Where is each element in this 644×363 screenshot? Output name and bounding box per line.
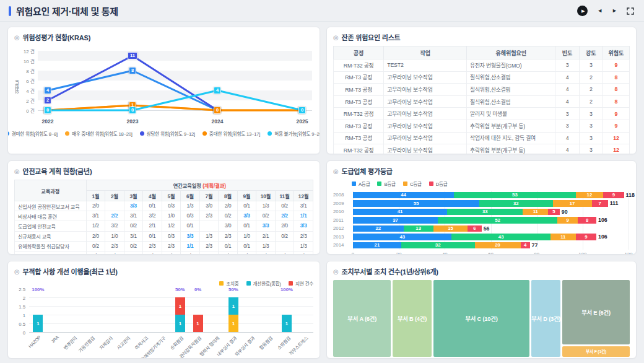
data-point-label[interactable]: 2 (44, 97, 51, 104)
bar-segment[interactable]: 8 (578, 217, 596, 224)
legend-item[interactable]: 매우 중대한 위험[위험도 18~20] (65, 130, 133, 137)
data-point-label[interactable]: 11 (128, 52, 137, 59)
legend-item[interactable]: 허용 불가능[위험도 9~20] (268, 130, 320, 137)
bar-segment[interactable]: 4 (521, 242, 530, 249)
percent-label: 50% (175, 287, 185, 292)
edu-value-cell: 0/2 (275, 231, 294, 241)
legend-item[interactable]: D등급 (429, 180, 448, 187)
bar-segment[interactable]: 15 (433, 225, 468, 232)
edu-value-cell: 2/3 (199, 241, 219, 251)
table-row[interactable]: RM-T3 공정고무라이닝 보수작업추락위험 부분(개구부 등)339 (334, 120, 630, 132)
data-point-label[interactable]: 0 (298, 107, 306, 114)
legend-item[interactable]: 조치중 (219, 280, 238, 287)
table-cell: 3 (579, 108, 603, 120)
play-button[interactable]: ▶ (577, 6, 588, 16)
bar-segment[interactable]: 41 (353, 209, 447, 216)
stacked-bar[interactable]: 1 (282, 315, 292, 332)
table-cell: RM-T3 공정 (334, 84, 384, 96)
data-point-label[interactable]: 0 (214, 107, 221, 114)
bar-segment[interactable]: 13 (404, 225, 433, 232)
bar-segment[interactable]: 1 (175, 315, 185, 332)
bar-segment[interactable]: 17 (553, 200, 592, 207)
bar-segment[interactable]: 1 (175, 297, 185, 315)
bar-segment[interactable]: 1 (193, 315, 203, 332)
column-header: 강도 (579, 46, 603, 59)
percent-label: 100% (32, 287, 44, 292)
bar-segment[interactable]: 1 (228, 297, 238, 315)
bar-segment[interactable]: 1 (228, 315, 238, 332)
stacked-bar[interactable]: 11 (175, 297, 185, 332)
legend-item[interactable]: 중대한 위험[위험도 13~17] (202, 130, 260, 137)
bar-segment[interactable]: 11 (550, 234, 576, 240)
bar-segment[interactable]: 11 (523, 209, 548, 216)
fullscreen-button[interactable] (627, 7, 634, 15)
legend-label: C등급 (410, 180, 422, 187)
table-row[interactable]: RM-T3 공정고무라이닝 보수작업질식위험,산소결핍428 (334, 71, 630, 84)
bar-segment[interactable]: 21 (353, 242, 401, 249)
legend-item[interactable]: 개선완료(종합) (246, 280, 281, 287)
table-row[interactable]: RM-T32 공정고무라이닝 보수작업추락위험 부분(개구부 등)4312 (334, 144, 630, 154)
bar-segment[interactable]: 9 (557, 217, 578, 224)
prev-button[interactable]: ◄ (597, 8, 603, 14)
bar-segment[interactable]: 6 (468, 225, 481, 232)
x-axis-tick: 120 (624, 251, 632, 255)
bar-segment[interactable]: 33 (447, 209, 523, 216)
bar-segment[interactable]: 22 (353, 225, 404, 232)
edu-month-header: 9월 (237, 191, 256, 201)
bar-segment[interactable]: 9 (576, 234, 596, 240)
legend-item[interactable]: 경미한 위험[위험도 8~8] (7, 130, 58, 137)
edu-value-cell: 0/1 (237, 241, 256, 251)
edu-value-cell (105, 201, 124, 211)
table-cell: 질식위험,산소결핍 (467, 95, 555, 108)
data-point-label[interactable]: 0 (129, 107, 136, 114)
edu-value-cell: 0/1 (237, 201, 256, 211)
bar-segment[interactable]: 44 (353, 192, 454, 199)
bar-segment[interactable]: 12 (576, 192, 604, 199)
kras-plot-area: 4800100211001000040 2022202320242025 (38, 47, 312, 126)
treemap-node[interactable]: 부서 D (3건) (531, 280, 560, 357)
stacked-bar[interactable]: 1 (33, 315, 43, 332)
table-cell: 9 (603, 108, 629, 120)
bar-segment[interactable]: 55 (353, 200, 479, 207)
data-point-label[interactable]: 4 (44, 87, 51, 94)
stacked-bar[interactable]: 1 (193, 315, 203, 332)
bar-segment[interactable]: 20 (475, 242, 521, 249)
legend-label: 상당한 위험[위험도 9~12] (147, 130, 195, 137)
data-point-label[interactable]: 8 (129, 67, 136, 74)
treemap: 부서 A (6건)부서 B (4건)부서 C (10건)부서 D (3건)부서 … (333, 280, 630, 357)
treemap-node[interactable]: 부서 C (10건) (433, 280, 530, 357)
percent-label: 50% (228, 287, 238, 292)
bar-segment[interactable]: 9 (603, 192, 624, 199)
stacked-bar[interactable]: 11 (228, 297, 238, 332)
data-point-label[interactable]: 0 (44, 107, 51, 114)
bar-segment[interactable]: 32 (401, 242, 475, 249)
legend-item[interactable]: C등급 (403, 180, 422, 187)
bar-segment[interactable]: 1 (282, 315, 292, 332)
legend-item[interactable]: 상당한 위험[위험도 9~12] (140, 130, 195, 137)
bar-segment[interactable]: 1 (33, 315, 43, 332)
treemap-node[interactable]: 부서 A (6건) (333, 280, 391, 357)
treemap-node[interactable]: 부서 F (1건) (562, 346, 630, 357)
next-button[interactable]: ► (612, 8, 617, 14)
table-row[interactable]: RM-T32 공정TEST2유전자 변형물질(GMO)339 (334, 59, 630, 72)
table-row[interactable]: RM-T3 공정고무라이닝 보수작업질식위험,산소결핍428 (334, 95, 630, 108)
treemap-node[interactable]: 부서 E (6건) (562, 280, 630, 344)
treemap-node[interactable]: 부서 B (4건) (393, 280, 431, 357)
table-cell: 고무라이닝 보수작업 (384, 132, 467, 144)
bar-segment[interactable]: 53 (454, 192, 576, 199)
legend-item[interactable]: A등급 (352, 180, 370, 187)
data-point-label[interactable]: 4 (214, 87, 221, 94)
legend-item[interactable]: B등급 (377, 180, 395, 187)
bar-segment[interactable]: 43 (353, 234, 451, 240)
legend-item[interactable]: 지연 건수 (289, 280, 313, 287)
bar-segment[interactable]: 37 (353, 217, 438, 224)
bar-segment[interactable]: 7 (592, 200, 608, 207)
bar-segment[interactable]: 52 (438, 217, 557, 224)
table-row[interactable]: RM-T32 공정고무라이닝 보수작업알러지 및 미생물339 (334, 108, 630, 120)
bar-segment[interactable]: 43 (451, 234, 550, 240)
table-row[interactable]: RM-T3 공정고무라이닝 보수작업작업자에 대한 지도, 감독 결여4312 (334, 132, 630, 144)
bar-segment[interactable]: 5 (548, 209, 560, 216)
table-row[interactable]: RM-T3 공정고무라이닝 보수작업질식위험,산소결핍428 (334, 84, 630, 96)
edu-value-cell: 0/1 (143, 231, 162, 241)
bar-segment[interactable]: 32 (479, 200, 553, 207)
